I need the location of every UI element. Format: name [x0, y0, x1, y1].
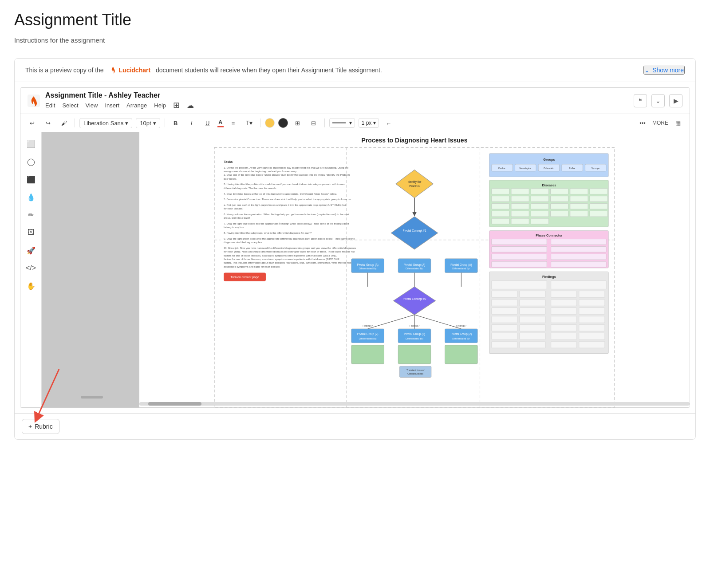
bold-button[interactable]: B [170, 117, 182, 129]
stroke-style-select[interactable]: ▾ [329, 118, 355, 128]
sidebar-image-icon[interactable]: 🖼 [23, 225, 39, 241]
stroke-line [332, 122, 346, 123]
sidebar-shapes-icon[interactable]: ◯ [23, 154, 39, 170]
svg-rect-67 [351, 345, 384, 364]
rubric-label: Rubric [35, 423, 52, 430]
italic-button[interactable]: I [185, 117, 198, 129]
sidebar-pencil-icon[interactable]: ✏ [23, 207, 39, 223]
font-color-button[interactable]: A [217, 119, 224, 127]
sidebar-launch-icon[interactable]: 🚀 [23, 242, 39, 258]
svg-text:Neurological: Neurological [520, 167, 531, 170]
svg-rect-98 [590, 196, 607, 202]
fill-color-yellow[interactable] [265, 118, 275, 128]
selection-box-btn[interactable]: ⊞ [292, 117, 304, 129]
svg-rect-93 [492, 196, 509, 202]
sidebar-select-icon[interactable]: ✋ [23, 278, 39, 294]
font-color-bar [217, 126, 224, 127]
stroke-chevron: ▾ [349, 120, 352, 126]
redo-button[interactable]: ↪ [42, 117, 54, 129]
svg-text:factor). This includes informa: factor). This includes information about… [224, 261, 355, 264]
more-button[interactable]: ••• [636, 117, 649, 129]
svg-text:box" below.: box" below. [224, 178, 237, 180]
svg-text:5. Determine pivotal Connector: 5. Determine pivotal Connectors. These a… [224, 198, 351, 201]
stroke-width-label: 1 px [362, 120, 372, 126]
svg-text:Findings?: Findings? [456, 324, 466, 327]
svg-rect-112 [511, 218, 529, 224]
svg-rect-91 [570, 189, 588, 194]
svg-text:Differentiated By:: Differentiated By: [359, 267, 377, 270]
svg-line-52 [368, 315, 414, 329]
stroke-width-select[interactable]: 1 px ▾ [359, 118, 379, 128]
svg-rect-64 [445, 329, 477, 343]
svg-rect-149 [520, 333, 545, 339]
show-more-button[interactable]: ⌄ Show more [643, 66, 685, 75]
svg-rect-100 [511, 204, 529, 209]
diagram-title: Process to Diagnosing Heart Issues [139, 132, 690, 146]
svg-rect-130 [551, 291, 577, 298]
menu-select[interactable]: Select [62, 102, 78, 109]
corner-radius-btn[interactable]: ⌐ [383, 117, 395, 129]
svg-text:Groups: Groups [543, 158, 555, 162]
svg-text:Problem: Problem [409, 185, 420, 188]
editor-doc-title: Assignment Title - Ashley Teacher [45, 91, 194, 99]
editor-menu: Edit Select View Insert Arrange Help ⊞ ☁ [45, 100, 194, 110]
paintbrush-button[interactable]: 🖌 [58, 117, 70, 129]
sidebar-frame-icon[interactable]: ⬛ [23, 171, 39, 187]
search-icon[interactable]: ⊞ [173, 100, 180, 110]
grid-btn[interactable]: ⊟ [308, 117, 320, 129]
menu-edit[interactable]: Edit [45, 102, 55, 109]
svg-text:for each disease): for each disease) [224, 207, 243, 210]
svg-text:6. Now you know the organizati: 6. Now you know the organization. When f… [224, 213, 349, 216]
menu-help[interactable]: Help [154, 102, 166, 109]
fill-color-dark[interactable] [278, 118, 288, 128]
svg-text:Pivotal Concept #2: Pivotal Concept #2 [403, 297, 426, 301]
svg-text:differential diagnosis. That f: differential diagnosis. That focuses the… [224, 187, 276, 189]
menu-view[interactable]: View [86, 102, 98, 109]
svg-rect-128 [492, 291, 517, 298]
svg-rect-111 [492, 218, 509, 224]
font-family-chevron: ▾ [125, 120, 128, 126]
svg-rect-131 [579, 291, 605, 298]
svg-text:Pivotal Group (2): Pivotal Group (2) [404, 332, 425, 336]
font-family-select[interactable]: Liberation Sans ▾ [79, 118, 132, 128]
sidebar-code-icon[interactable]: </> [23, 260, 39, 276]
svg-rect-144 [492, 324, 517, 331]
svg-text:Findings?: Findings? [410, 324, 420, 327]
sidebar-panel-icon[interactable]: ⬜ [23, 136, 39, 152]
banner-text-after: document students will receive when they… [156, 67, 382, 74]
left-panel-scrollbar[interactable] [81, 396, 103, 399]
sidebar-drop-icon[interactable]: 💧 [23, 189, 39, 205]
rubric-button[interactable]: + Rubric [22, 419, 59, 434]
show-more-label: Show more [652, 67, 684, 74]
svg-rect-116 [492, 239, 547, 245]
toolbar-separator-4 [324, 118, 325, 127]
canvas-scrollbar[interactable] [139, 402, 690, 406]
svg-rect-102 [551, 204, 568, 209]
svg-text:3. Having identified the probl: 3. Having identified the problem it is u… [224, 183, 345, 185]
text-style-button[interactable]: T▾ [243, 117, 256, 129]
comment-icon-btn[interactable]: ❝ [634, 94, 647, 107]
editor-header: Assignment Title - Ashley Teacher Edit S… [20, 88, 690, 114]
left-panel [42, 132, 139, 407]
align-button[interactable]: ≡ [227, 117, 240, 129]
play-btn[interactable]: ▶ [669, 94, 682, 107]
font-family-label: Liberation Sans [83, 120, 123, 126]
svg-rect-95 [531, 196, 548, 202]
undo-button[interactable]: ↩ [26, 117, 38, 129]
svg-text:Differentiated By:: Differentiated By: [452, 337, 470, 340]
svg-text:Pivotal Group (2): Pivotal Group (2) [357, 332, 379, 336]
font-size-select[interactable]: 10pt ▾ [136, 118, 160, 128]
svg-rect-140 [492, 316, 517, 323]
instructions-text: Instructions for the assignment [14, 36, 696, 44]
svg-rect-103 [570, 204, 588, 209]
menu-insert[interactable]: Insert [105, 102, 120, 109]
panel-toggle-btn[interactable]: ▦ [672, 117, 684, 129]
lucidchart-editor: Assignment Title - Ashley Teacher Edit S… [20, 87, 690, 408]
chevron-down-btn[interactable]: ⌄ [651, 94, 665, 107]
menu-arrange[interactable]: Arrange [126, 102, 147, 109]
underline-button[interactable]: U [201, 117, 214, 129]
svg-text:8. Having identified the subgr: 8. Having identified the subgroups, what… [224, 232, 312, 234]
svg-rect-107 [531, 211, 548, 217]
svg-rect-126 [492, 280, 547, 289]
svg-rect-145 [520, 324, 545, 331]
